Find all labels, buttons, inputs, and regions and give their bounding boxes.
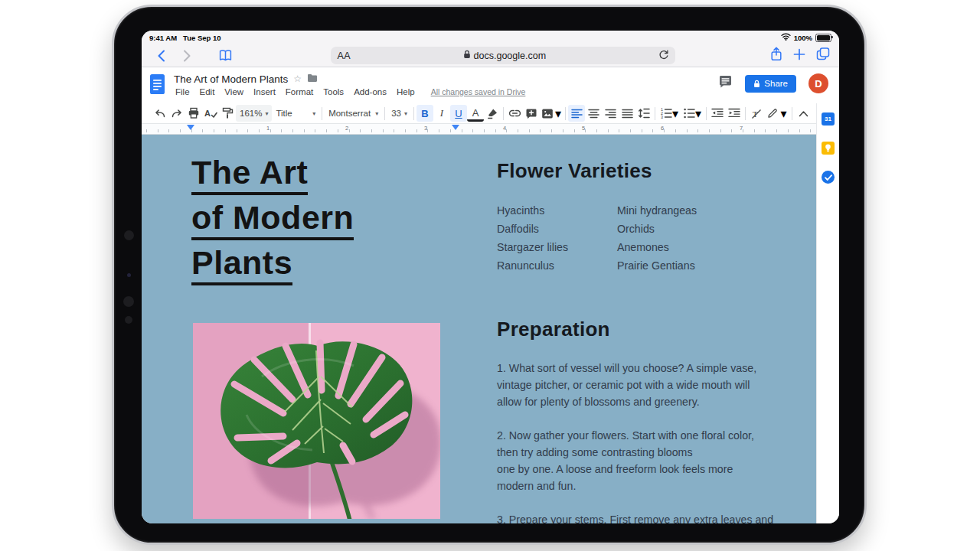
keep-icon[interactable] [822, 142, 835, 155]
collapse-toolbar-icon[interactable] [795, 105, 812, 122]
flower-item: Daffodils [497, 220, 568, 238]
menu-edit[interactable]: Edit [200, 87, 215, 96]
menu-view[interactable]: View [224, 87, 243, 96]
clear-formatting-icon[interactable]: T [748, 105, 765, 122]
align-justify-icon[interactable] [619, 105, 635, 122]
status-time: 9:41 AM [149, 34, 177, 42]
italic-button[interactable]: I [433, 105, 450, 122]
line-spacing-icon[interactable] [635, 105, 652, 122]
document-title[interactable]: The Art of Modern Plants [174, 73, 288, 85]
paint-format-icon[interactable] [219, 105, 236, 122]
monstera-image[interactable] [193, 323, 440, 519]
share-icon[interactable] [770, 47, 782, 64]
menu-addons[interactable]: Add-ons [354, 87, 387, 96]
new-tab-icon[interactable] [793, 48, 805, 64]
highlight-color-icon[interactable] [484, 105, 501, 122]
toolbar-divider [745, 107, 746, 120]
google-docs-icon[interactable] [149, 73, 165, 98]
forward-button[interactable] [177, 47, 197, 64]
numbered-list-icon[interactable]: 123▾ [658, 105, 681, 122]
menu-help[interactable]: Help [397, 87, 415, 96]
document-canvas[interactable]: The Art of Modern Plants Flower Varietie… [142, 135, 816, 523]
paragraph-line: 3. Prepare your stems. First remove any … [497, 511, 773, 523]
zoom-select[interactable]: 161% ▾ [236, 105, 272, 122]
preparation-paragraph-1: 1. What sort of vessel will you choose? … [497, 360, 756, 410]
toolbar-divider [565, 107, 566, 120]
paragraph-line: 1. What sort of vessel will you choose? … [497, 360, 756, 377]
docs-header: The Art of Modern Plants ☆ File Edit Vie… [142, 67, 839, 103]
left-margin-marker[interactable] [187, 125, 194, 130]
print-icon[interactable] [185, 105, 202, 122]
tasks-icon[interactable] [822, 171, 835, 184]
ruler[interactable]: 1 2 3 4 5 6 7 [142, 124, 816, 135]
menu-format[interactable]: Format [286, 87, 313, 96]
editing-mode-icon[interactable]: ▾ [765, 105, 789, 122]
svg-text:3: 3 [661, 115, 663, 119]
reader-options-button[interactable]: AA [338, 51, 351, 61]
flower-item: Stargazer lilies [497, 238, 568, 256]
flower-item: Prairie Gentians [617, 256, 697, 275]
redo-icon[interactable] [168, 105, 185, 122]
toolbar-divider [413, 107, 414, 120]
underline-button[interactable]: U [450, 105, 467, 122]
google-side-panel: 31 [816, 103, 839, 523]
calendar-icon[interactable]: 31 [822, 112, 835, 126]
font-size-select[interactable]: 33 ▾ [387, 105, 411, 122]
share-button[interactable]: Share [745, 75, 796, 93]
toolbar-divider [503, 107, 504, 120]
toolbar-divider [384, 107, 385, 120]
tabs-icon[interactable] [816, 47, 830, 64]
paragraph-line: vintage pitcher, or ceramic pot with a w… [497, 377, 756, 393]
address-bar[interactable]: AA docs.google.com [331, 47, 675, 64]
paragraph-line: then try adding some contrasting blooms [497, 444, 754, 461]
align-left-icon[interactable] [568, 105, 585, 122]
status-date: Tue Sep 10 [183, 34, 220, 42]
spellcheck-icon[interactable]: A [202, 105, 219, 122]
back-button[interactable] [151, 47, 171, 64]
flower-item: Ranunculus [497, 256, 568, 275]
ruler-number: 1 [266, 125, 270, 132]
paragraph-line: allow for plenty of blossoms and greener… [497, 393, 756, 410]
styles-select[interactable]: Title ▾ [272, 105, 319, 122]
share-button-label: Share [764, 79, 788, 88]
menu-insert[interactable]: Insert [253, 87, 276, 96]
svg-text:A: A [204, 109, 211, 118]
reload-button[interactable] [658, 49, 668, 63]
sidebar-reading-list-icon[interactable] [215, 47, 235, 64]
bulleted-list-icon[interactable]: ▾ [681, 105, 704, 122]
font-select[interactable]: Montserrat ▾ [325, 105, 382, 122]
lock-icon [463, 50, 471, 61]
menu-file[interactable]: File [175, 87, 190, 96]
bold-button[interactable]: B [416, 105, 433, 122]
title-line: of Modern [191, 198, 354, 240]
ipad-screen: 9:41 AM Tue Sep 10 100% A [142, 31, 839, 523]
move-folder-icon[interactable] [307, 72, 318, 86]
decrease-indent-icon[interactable] [709, 105, 726, 122]
align-right-icon[interactable] [602, 105, 619, 122]
save-status-link[interactable]: All changes saved in Drive [431, 87, 526, 96]
varieties-heading: Flower Varieties [497, 159, 652, 183]
account-avatar[interactable]: D [808, 73, 828, 93]
comments-icon[interactable] [718, 75, 733, 92]
align-center-icon[interactable] [585, 105, 602, 122]
insert-link-icon[interactable] [506, 105, 523, 122]
increase-indent-icon[interactable] [726, 105, 743, 122]
flower-item: Orchids [617, 220, 697, 238]
right-margin-marker[interactable] [452, 125, 459, 130]
paragraph-line: one by one. A loose and freeform look fe… [497, 461, 754, 478]
ruler-number: 7 [740, 125, 743, 132]
undo-icon[interactable] [152, 105, 168, 122]
calendar-day: 31 [825, 116, 831, 122]
add-comment-icon[interactable] [523, 105, 540, 122]
text-color-button[interactable]: A [467, 106, 484, 122]
ruler-number: 4 [503, 125, 506, 132]
menu-tools[interactable]: Tools [323, 87, 344, 96]
star-icon[interactable]: ☆ [293, 74, 302, 83]
camera-sensor-dot [127, 273, 131, 277]
dropdown-icon: ▾ [780, 106, 786, 121]
dropdown-icon: ▾ [555, 106, 561, 121]
camera-flash [125, 316, 132, 324]
ruler-ticks [146, 129, 813, 132]
insert-image-icon[interactable]: ▾ [540, 105, 563, 122]
docs-menu-bar: File Edit View Insert Format Tools Add-o… [175, 87, 525, 96]
